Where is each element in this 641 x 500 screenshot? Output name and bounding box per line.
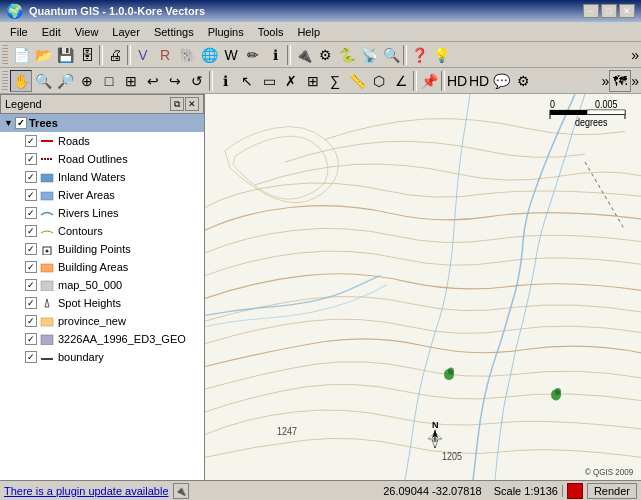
legend-layer-item[interactable]: ✓ Spot Heights: [0, 294, 204, 312]
layer-checkbox-3[interactable]: ✓: [25, 171, 37, 183]
zoom-layer[interactable]: □: [98, 70, 120, 92]
search-button-2[interactable]: 🔍: [380, 44, 402, 66]
legend-layer-item[interactable]: ✓ Roads: [0, 132, 204, 150]
menu-item-view[interactable]: View: [69, 24, 105, 40]
menu-item-edit[interactable]: Edit: [36, 24, 67, 40]
close-button[interactable]: ✕: [619, 4, 635, 18]
legend-layer-item[interactable]: ✓ map_50_000: [0, 276, 204, 294]
minimize-button[interactable]: −: [583, 4, 599, 18]
legend-layer-item[interactable]: ✓ province_new: [0, 312, 204, 330]
zoom-selection[interactable]: ⊞: [120, 70, 142, 92]
layer-checkbox-13[interactable]: ✓: [25, 351, 37, 363]
open-attribute-table[interactable]: ⊞: [302, 70, 324, 92]
legend-close-btn[interactable]: ✕: [185, 97, 199, 111]
layer-checkbox-1[interactable]: ✓: [25, 135, 37, 147]
svg-text:degrees: degrees: [575, 116, 608, 128]
legend-root-item[interactable]: ▼ ✓ Trees: [0, 114, 204, 132]
root-checkbox[interactable]: ✓: [15, 117, 27, 129]
annotation-tool[interactable]: 📌: [418, 70, 440, 92]
pan-tool[interactable]: ✋: [10, 70, 32, 92]
zoom-next[interactable]: ↪: [164, 70, 186, 92]
menu-item-settings[interactable]: Settings: [148, 24, 200, 40]
deselect-all[interactable]: ✗: [280, 70, 302, 92]
identify-features[interactable]: ℹ: [214, 70, 236, 92]
legend-layer-item[interactable]: ✓ Building Points: [0, 240, 204, 258]
layer-checkbox-4[interactable]: ✓: [25, 189, 37, 201]
maximize-button[interactable]: □: [601, 4, 617, 18]
zoom-last[interactable]: ↩: [142, 70, 164, 92]
refresh-button[interactable]: ↺: [186, 70, 208, 92]
python-console[interactable]: 🐍: [336, 44, 358, 66]
save-button[interactable]: 💾: [54, 44, 76, 66]
measure-line[interactable]: 📏: [346, 70, 368, 92]
legend-layer-item[interactable]: ✓ Building Areas: [0, 258, 204, 276]
toolbar-expand-1[interactable]: »: [631, 47, 639, 63]
plugin-icon[interactable]: 🔌: [173, 483, 189, 499]
select-features[interactable]: ↖: [236, 70, 258, 92]
layer-checkbox-12[interactable]: ✓: [25, 333, 37, 345]
map-area[interactable]: 0 0.005 degrees 1247 1205 © QGIS 2009 N: [205, 94, 641, 480]
add-postgis-layer[interactable]: 🐘: [176, 44, 198, 66]
stop-render-btn[interactable]: [567, 483, 583, 499]
legend-layer-item[interactable]: ✓ Contours: [0, 222, 204, 240]
menu-item-plugins[interactable]: Plugins: [202, 24, 250, 40]
menu-item-tools[interactable]: Tools: [252, 24, 290, 40]
save-as-button[interactable]: 🗄: [76, 44, 98, 66]
layer-checkbox-10[interactable]: ✓: [25, 297, 37, 309]
print-button[interactable]: 🖨: [104, 44, 126, 66]
new-button[interactable]: 📄: [10, 44, 32, 66]
zoom-out-tool[interactable]: 🔎: [54, 70, 76, 92]
legend-layer-item[interactable]: ✓ boundary: [0, 348, 204, 366]
title-buttons[interactable]: − □ ✕: [583, 4, 635, 18]
measure-angle[interactable]: ∠: [390, 70, 412, 92]
menu-item-layer[interactable]: Layer: [106, 24, 146, 40]
about-button[interactable]: 💡: [430, 44, 452, 66]
layer-checkbox-2[interactable]: ✓: [25, 153, 37, 165]
menu-item-help[interactable]: Help: [291, 24, 326, 40]
legend-layer-item[interactable]: ✓ Road Outlines: [0, 150, 204, 168]
overview-map-btn[interactable]: 🗺: [609, 70, 631, 92]
field-calculator[interactable]: ∑: [324, 70, 346, 92]
measure-area[interactable]: ⬡: [368, 70, 390, 92]
legend-header-buttons[interactable]: ⧉ ✕: [170, 97, 199, 111]
toolbar-grip-1[interactable]: [2, 45, 8, 65]
open-button[interactable]: 📂: [32, 44, 54, 66]
settings-button[interactable]: ⚙: [314, 44, 336, 66]
layer-checkbox-11[interactable]: ✓: [25, 315, 37, 327]
gps-button[interactable]: 📡: [358, 44, 380, 66]
toolbar-expand-2[interactable]: »: [601, 73, 609, 89]
hd-view2[interactable]: HD: [468, 70, 490, 92]
manage-plugins[interactable]: 🔌: [292, 44, 314, 66]
legend-layer-item[interactable]: ✓ River Areas: [0, 186, 204, 204]
layer-checkbox-7[interactable]: ✓: [25, 243, 37, 255]
plugin-update-link[interactable]: There is a plugin update available: [4, 485, 169, 497]
add-raster-layer[interactable]: R: [154, 44, 176, 66]
layer-checkbox-8[interactable]: ✓: [25, 261, 37, 273]
legend-layer-item[interactable]: ✓ Rivers Lines: [0, 204, 204, 222]
layer-symbol-1: [39, 135, 55, 147]
map-tips[interactable]: 💬: [490, 70, 512, 92]
layer-name-1: Roads: [58, 135, 90, 147]
legend-layer-item[interactable]: ✓ 3226AA_1996_ED3_GEO: [0, 330, 204, 348]
layer-checkbox-9[interactable]: ✓: [25, 279, 37, 291]
spatial-query[interactable]: ⚙: [512, 70, 534, 92]
render-button[interactable]: Render: [587, 483, 637, 499]
hd-view[interactable]: HD: [446, 70, 468, 92]
legend-detach-btn[interactable]: ⧉: [170, 97, 184, 111]
add-wms-layer[interactable]: 🌐: [198, 44, 220, 66]
help-button[interactable]: ❓: [408, 44, 430, 66]
select-rect[interactable]: ▭: [258, 70, 280, 92]
zoom-full[interactable]: ⊕: [76, 70, 98, 92]
legend-layer-item[interactable]: ✓ Inland Waters: [0, 168, 204, 186]
digitize-button[interactable]: ✏: [242, 44, 264, 66]
identify-button[interactable]: ℹ: [264, 44, 286, 66]
layer-checkbox-5[interactable]: ✓: [25, 207, 37, 219]
status-bar: There is a plugin update available 🔌 26.…: [0, 480, 641, 500]
zoom-in-tool[interactable]: 🔍: [32, 70, 54, 92]
add-wfs-layer[interactable]: W: [220, 44, 242, 66]
menu-item-file[interactable]: File: [4, 24, 34, 40]
toolbar-expand-3[interactable]: »: [631, 73, 639, 89]
toolbar-grip-2[interactable]: [2, 71, 8, 91]
layer-checkbox-6[interactable]: ✓: [25, 225, 37, 237]
add-vector-layer[interactable]: V: [132, 44, 154, 66]
